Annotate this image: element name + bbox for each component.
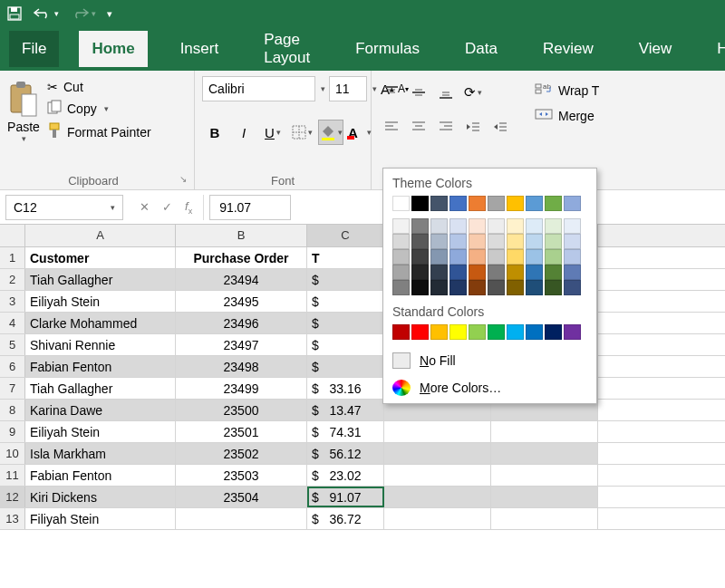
- table-row[interactable]: 9Eiliyah Stein23501$ 74.31: [0, 421, 725, 443]
- table-row[interactable]: 2Tiah Gallagher23494$: [0, 269, 725, 291]
- tab-data[interactable]: Data: [452, 31, 510, 67]
- name-box[interactable]: C12 ▾: [5, 195, 123, 220]
- rowhead-11[interactable]: 11: [0, 465, 25, 486]
- underline-button[interactable]: U▾: [260, 120, 285, 145]
- cell-A10[interactable]: Isla Markham: [25, 443, 176, 464]
- color-swatch[interactable]: [526, 196, 543, 211]
- color-swatch[interactable]: [545, 218, 562, 234]
- colhead-C[interactable]: C: [307, 225, 384, 246]
- color-swatch[interactable]: [488, 280, 505, 295]
- color-swatch[interactable]: [545, 324, 562, 340]
- rowhead-2[interactable]: 2: [0, 269, 25, 290]
- color-swatch[interactable]: [545, 249, 562, 265]
- align-middle-icon[interactable]: [406, 80, 431, 105]
- cell-C11[interactable]: $ 23.02: [307, 465, 384, 486]
- color-swatch[interactable]: [450, 324, 467, 340]
- cell-C7[interactable]: $ 33.16: [307, 378, 384, 399]
- cell-A9[interactable]: Eiliyah Stein: [25, 421, 176, 442]
- color-swatch[interactable]: [430, 218, 448, 234]
- cell-E11[interactable]: [491, 465, 598, 486]
- cell-C10[interactable]: $ 56.12: [307, 443, 384, 464]
- cell-C5[interactable]: $: [307, 334, 384, 355]
- color-swatch[interactable]: [469, 218, 486, 234]
- rowhead-1[interactable]: 1: [0, 247, 25, 268]
- color-swatch[interactable]: [392, 280, 410, 295]
- color-swatch[interactable]: [507, 280, 524, 295]
- color-swatch[interactable]: [469, 324, 486, 340]
- cell-B2[interactable]: 23494: [176, 269, 307, 290]
- color-swatch[interactable]: [564, 280, 581, 295]
- color-swatch[interactable]: [488, 265, 505, 280]
- cell-B7[interactable]: 23499: [176, 378, 307, 399]
- cell-B3[interactable]: 23495: [176, 291, 307, 312]
- rowhead-9[interactable]: 9: [0, 421, 25, 442]
- color-swatch[interactable]: [564, 196, 581, 211]
- rowhead-10[interactable]: 10: [0, 443, 25, 464]
- color-swatch[interactable]: [411, 265, 429, 280]
- color-swatch[interactable]: [545, 234, 562, 249]
- enter-formula-icon[interactable]: ✓: [162, 200, 172, 214]
- color-swatch[interactable]: [488, 249, 505, 265]
- cell-E9[interactable]: [491, 421, 598, 442]
- table-row[interactable]: 3Eiliyah Stein23495$: [0, 291, 725, 313]
- tab-formulas[interactable]: Formulas: [343, 31, 432, 67]
- color-swatch[interactable]: [392, 234, 410, 249]
- color-swatch[interactable]: [392, 324, 410, 340]
- borders-button[interactable]: ▾: [289, 120, 314, 145]
- rowhead-4[interactable]: 4: [0, 313, 25, 333]
- color-swatch[interactable]: [488, 234, 505, 249]
- tab-help[interactable]: Help: [704, 31, 725, 67]
- redo-icon[interactable]: ▾: [70, 7, 96, 20]
- paste-button[interactable]: Paste ▾: [7, 76, 40, 172]
- align-top-icon[interactable]: [379, 80, 404, 105]
- cell-B5[interactable]: 23497: [176, 334, 307, 355]
- table-row[interactable]: 6Fabian Fenton23498$: [0, 356, 725, 378]
- cell-E12[interactable]: [491, 487, 598, 507]
- cell-E13[interactable]: [491, 508, 598, 529]
- orientation-icon[interactable]: ⟳▾: [460, 80, 486, 105]
- italic-button[interactable]: I: [231, 120, 256, 145]
- color-swatch[interactable]: [469, 249, 486, 265]
- color-swatch[interactable]: [507, 234, 524, 249]
- color-swatch[interactable]: [526, 280, 543, 295]
- cell-C8[interactable]: $ 13.47: [307, 400, 384, 420]
- cell-C6[interactable]: $: [307, 356, 384, 377]
- color-swatch[interactable]: [430, 234, 448, 249]
- color-swatch[interactable]: [430, 196, 448, 211]
- cell-A11[interactable]: Fabian Fenton: [25, 465, 176, 486]
- rowhead-8[interactable]: 8: [0, 400, 25, 420]
- no-fill-button[interactable]: No Fill: [383, 347, 596, 374]
- color-swatch[interactable]: [392, 196, 410, 211]
- table-row[interactable]: 12Kiri Dickens23504$ 91.07: [0, 487, 725, 508]
- color-swatch[interactable]: [430, 280, 448, 295]
- select-all-corner[interactable]: [0, 225, 25, 246]
- cell-A13[interactable]: Filiyah Stein: [25, 508, 176, 529]
- colhead-B[interactable]: B: [176, 225, 307, 246]
- cell-A8[interactable]: Karina Dawe: [25, 400, 176, 420]
- copy-button[interactable]: Copy▾: [47, 100, 151, 117]
- font-color-button[interactable]: A▾: [347, 120, 372, 145]
- bold-button[interactable]: B: [202, 120, 227, 145]
- cell-C12[interactable]: $ 91.07: [307, 487, 384, 507]
- color-swatch[interactable]: [411, 196, 429, 211]
- align-right-icon[interactable]: [433, 114, 459, 140]
- cell-C4[interactable]: $: [307, 313, 384, 333]
- color-swatch[interactable]: [450, 218, 467, 234]
- cell-D11[interactable]: [384, 465, 491, 486]
- cell-A7[interactable]: Tiah Gallagher: [25, 378, 176, 399]
- align-left-icon[interactable]: [379, 114, 404, 140]
- cell-B4[interactable]: 23496: [176, 313, 307, 333]
- color-swatch[interactable]: [392, 265, 410, 280]
- more-colors-button[interactable]: More Colors…: [383, 374, 596, 401]
- cell-E10[interactable]: [491, 443, 598, 464]
- color-swatch[interactable]: [545, 265, 562, 280]
- cell-A2[interactable]: Tiah Gallagher: [25, 269, 176, 290]
- font-size-input[interactable]: [329, 76, 367, 101]
- color-swatch[interactable]: [526, 324, 543, 340]
- cell-B9[interactable]: 23501: [176, 421, 307, 442]
- cut-button[interactable]: ✂ Cut: [47, 80, 151, 94]
- color-swatch[interactable]: [564, 249, 581, 265]
- color-swatch[interactable]: [411, 249, 429, 265]
- color-swatch[interactable]: [411, 218, 429, 234]
- color-swatch[interactable]: [507, 218, 524, 234]
